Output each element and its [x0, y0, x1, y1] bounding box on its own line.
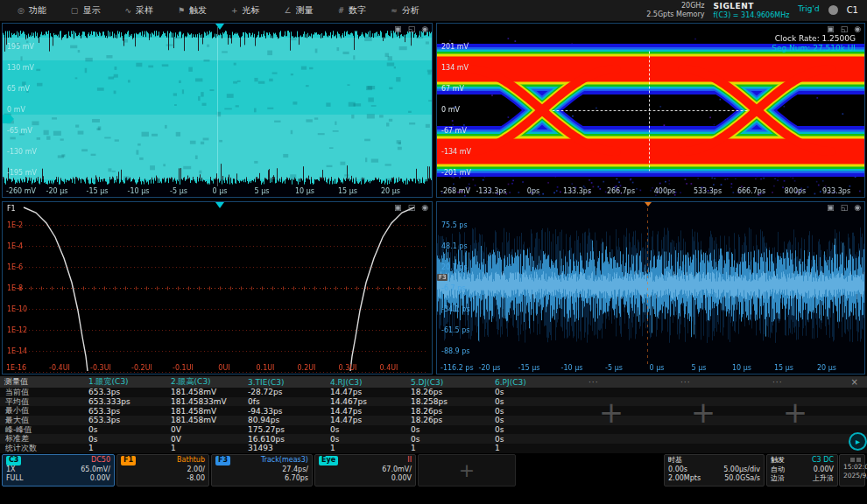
bandwidth-limit: FULL: [6, 474, 23, 484]
expand-icon[interactable]: ◱: [841, 203, 849, 212]
row-label: 统计次数: [0, 443, 84, 454]
add-measurement-button[interactable]: +: [599, 397, 624, 427]
close-icon[interactable]: ×: [851, 377, 867, 387]
column-header-tie[interactable]: 3.TIE(C3): [243, 378, 326, 387]
timebase-descriptor[interactable]: 时基 0.00s5.00μs/div 2.00Mpts50.0GSa/s: [664, 454, 765, 486]
f3-scale: 27.4ps/: [282, 466, 308, 475]
cell-value: 0s: [490, 397, 566, 406]
active-channel-label[interactable]: C1: [847, 5, 862, 15]
user-icon[interactable]: [828, 5, 838, 15]
f1-scale: 2.00/: [187, 466, 205, 475]
measure-icon: ∠: [285, 6, 292, 15]
cell-value: 0s: [406, 435, 490, 444]
f1-bathtub-descriptor[interactable]: F1Bathtub 2.00/ -8.00: [116, 454, 209, 486]
probe-label: 1X: [6, 466, 16, 475]
cell-value: 0V: [166, 425, 243, 434]
cell-value: 14.47ps: [326, 388, 406, 396]
clock-rate-readout: Clock Rate: 1.2500G: [775, 34, 856, 43]
cell-value: 14.467ps: [326, 397, 406, 406]
cell-value: 14.47ps: [326, 416, 406, 424]
c3-waveform-canvas[interactable]: [3, 24, 432, 197]
table-row: 平均值 653.333ps 181.45833mV 0fs 14.467ps 1…: [0, 397, 867, 407]
cell-value: 1: [326, 444, 406, 452]
expand-icon[interactable]: ◱: [841, 24, 849, 33]
pin-icon[interactable]: ◉: [421, 24, 428, 33]
column-header-eye-width[interactable]: 1.眼宽(C3): [84, 376, 166, 388]
cell-value: 181.458mV: [166, 407, 243, 416]
screenshot-icon[interactable]: ▣: [394, 24, 402, 33]
system-date: 2025/9/5: [843, 472, 861, 480]
bathtub-canvas[interactable]: [3, 202, 432, 374]
menu-item-acquire[interactable]: ∿采样: [112, 0, 166, 21]
f3-trace-tag[interactable]: F3: [437, 274, 448, 281]
screenshot-icon[interactable]: ▣: [394, 203, 402, 212]
table-row: 最小值 653.3ps 181.458mV -94.33ps 14.47ps 1…: [0, 406, 867, 416]
menu-item-display[interactable]: ▢显示: [59, 0, 113, 21]
cell-value: 0s: [490, 388, 566, 396]
table-row: 统计次数 1 1 31493 1 1 1: [0, 444, 867, 453]
menu-item-digital[interactable]: #数字: [326, 0, 379, 21]
cell-value: 0s: [326, 435, 406, 444]
cell-value: 1: [84, 444, 166, 452]
eye-descriptor[interactable]: EyeII 67.0mV/ 0.00V: [314, 454, 416, 486]
tie-track-canvas[interactable]: [437, 202, 864, 374]
pin-icon[interactable]: ◉: [854, 24, 861, 33]
vertical-scale: 65.0mV/: [81, 466, 110, 475]
menu-item-analysis[interactable]: ≈分析: [378, 0, 432, 21]
column-header-rj[interactable]: 4.RJ(C3): [326, 378, 406, 387]
trigger-status: Trig'd: [798, 2, 819, 13]
pin-icon[interactable]: ◉: [854, 203, 861, 212]
f3-track-descriptor[interactable]: F3Track(meas3) 27.4ps/ 6.70ps: [211, 454, 313, 486]
trigger-type: 边沿: [771, 474, 785, 484]
menu-item-label: 显示: [82, 4, 100, 17]
trigger-position-marker[interactable]: [215, 24, 224, 30]
menu-item-trigger[interactable]: ⚑触发: [166, 0, 219, 21]
table-row: 当前值 653.3ps 181.458mV -28.72ps 14.47ps 1…: [0, 388, 867, 397]
cell-value: 653.3ps: [84, 416, 166, 424]
eye-badge: Eye: [319, 456, 338, 466]
menu-item-label: 功能: [29, 4, 46, 17]
trigger-descriptor[interactable]: 触发C3 DC 自动0.00V 边沿上升沿: [766, 454, 838, 486]
brand-logo: SIGLENT: [714, 2, 790, 11]
panel-eye-diagram: ▣ ◱ ◉ Clock Rate: 1.2500G Seg Num: 27,51…: [436, 23, 865, 198]
clock-box[interactable]: 15:02:07 2025/9/5: [839, 454, 865, 486]
menu-item-function[interactable]: ◎功能: [5, 0, 59, 21]
add-measurement-button[interactable]: +: [783, 397, 808, 427]
menu-item-label: 数字: [349, 4, 366, 17]
cell-value: 181.458mV: [166, 388, 243, 396]
expand-icon[interactable]: ◱: [408, 24, 416, 33]
timebase-delay: 0.00s: [668, 466, 687, 475]
cell-value: 18.26ps: [406, 407, 490, 416]
cell-value: 181.45833mV: [166, 397, 243, 406]
menu-item-measure[interactable]: ∠测量: [272, 0, 326, 21]
cell-value: 31493: [243, 444, 326, 452]
measurement-table: 测量值 1.眼宽(C3) 2.眼高(C3) 3.TIE(C3) 4.RJ(C3)…: [0, 376, 867, 453]
screenshot-icon[interactable]: ▣: [827, 203, 835, 212]
pin-icon[interactable]: ◉: [421, 203, 428, 212]
table-row: 标准差 0s 0V 16.610ps 0s 0s 0s: [0, 434, 867, 444]
vertical-offset: 0.00V: [90, 474, 110, 484]
column-header-eye-height[interactable]: 2.眼高(C3): [166, 376, 243, 388]
column-header-pj[interactable]: 6.PJ(C3): [490, 378, 566, 387]
trigger-position-marker[interactable]: [215, 202, 224, 208]
f1-trace-tag[interactable]: F1: [5, 205, 18, 213]
channel-c3-descriptor[interactable]: C3DC50 1X65.0mV/ FULL0.00V: [2, 454, 115, 486]
more-column-header[interactable]: ···: [658, 378, 750, 387]
side-panel-toggle[interactable]: ▸: [849, 432, 867, 451]
cell-value: 0s: [490, 425, 566, 434]
more-column-header[interactable]: ···: [750, 378, 842, 387]
add-measurement-button[interactable]: +: [691, 397, 716, 427]
bandwidth-label: 20GHz: [646, 2, 704, 10]
add-trace-button[interactable]: +: [418, 454, 516, 486]
expand-icon[interactable]: ◱: [408, 203, 416, 212]
f3-badge: F3: [215, 456, 230, 466]
column-header-dj[interactable]: 5.DJ(C3): [406, 378, 490, 387]
f1-offset: -8.00: [187, 474, 205, 484]
acquire-icon: ∿: [124, 6, 131, 15]
more-column-header[interactable]: ···: [566, 378, 658, 387]
screenshot-icon[interactable]: ▣: [827, 24, 835, 33]
panel-bathtub-curve: ▣ ◱ ◉ F1 1E-2 1E-4 1E-6 1E-8 1E-10 1E-12…: [2, 201, 433, 374]
menu-item-cursor[interactable]: +光标: [219, 0, 272, 21]
system-time: 15:02:07: [843, 463, 861, 472]
trigger-position-marker[interactable]: [645, 202, 652, 206]
